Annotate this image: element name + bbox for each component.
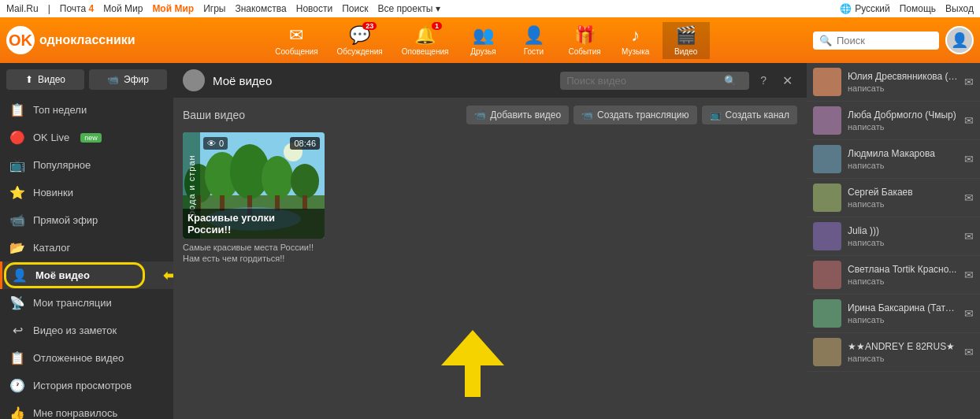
friend-name-5: Светлана Tortik Красно... [848, 264, 958, 275]
sidebar-item-top-week[interactable]: 📋 Топ недели [0, 96, 173, 124]
topnav-odnoklassniki[interactable]: Мой Мир [152, 3, 194, 14]
topnav-help[interactable]: Помощь [900, 3, 936, 14]
sidebar-item-popular[interactable]: 📺 Популярное [0, 151, 173, 179]
friend-info-5: Светлана Tortik Красно... написать [848, 264, 958, 286]
messages-icon: ✉ [289, 25, 303, 46]
question-button[interactable]: ? [757, 74, 770, 87]
create-stream-button[interactable]: 📹 Создать трансляцию [574, 106, 696, 124]
video-grid: рода и стран 👁 0 08:46 Красивые уголки Р… [173, 132, 807, 419]
svg-point-8 [262, 156, 293, 200]
sidebar-item-live[interactable]: 📹 Прямой эфир [0, 206, 173, 234]
content-wrapper: ⬆ Видео 📹 Эфир 📋 Топ недели 🔴 OK Live ne… [0, 63, 980, 419]
close-button[interactable]: ✕ [778, 73, 797, 88]
nav-friends-label: Друзья [470, 47, 496, 56]
my-streams-icon: 📡 [9, 295, 25, 310]
message-icon-5[interactable]: ✉ [964, 269, 974, 281]
events-icon: 🎁 [574, 25, 596, 46]
friend-action-0[interactable]: написать [848, 83, 958, 93]
sidebar-item-ok-live[interactable]: 🔴 OK Live new [0, 124, 173, 151]
sidebar-item-new[interactable]: ⭐ Новинки [0, 179, 173, 206]
user-avatar[interactable]: 👤 [945, 26, 974, 54]
sidebar-liked-label: Мне понравилось [33, 407, 117, 419]
friend-item-3[interactable]: Сергей Бакаев написать ✉ [807, 179, 980, 217]
sidebar-item-notes-video[interactable]: ↩ Видео из заметок [0, 317, 173, 344]
message-icon-3[interactable]: ✉ [964, 191, 974, 204]
topnav-moy-mir[interactable]: Мой Мир [103, 3, 143, 14]
friend-name-0: Юлия Дресвянникова (Б... [848, 71, 958, 82]
friend-info-1: Люба Добрмогло (Чмыр) написать [848, 109, 958, 132]
liked-icon: 👍 [9, 406, 25, 419]
video-card: рода и стран 👁 0 08:46 Красивые уголки Р… [183, 132, 325, 265]
message-icon-4[interactable]: ✉ [964, 230, 974, 243]
friend-item-4[interactable]: Julia ))) написать ✉ [807, 217, 980, 256]
friend-action-1[interactable]: написать [848, 122, 958, 132]
main-video-area: Моё видео 🔍 ? ✕ Ваши видео 📹 Добавить ви… [173, 63, 807, 419]
friend-info-7: ★★ANDREY E 82RUS★ написать [848, 341, 958, 363]
message-icon-0[interactable]: ✉ [964, 76, 974, 88]
nav-discussions[interactable]: 💬 23 Обсуждения [329, 22, 391, 59]
sidebar-item-history[interactable]: 🕐 История просмотров [0, 372, 173, 399]
message-icon-6[interactable]: ✉ [964, 307, 974, 320]
friend-action-6[interactable]: написать [848, 315, 958, 324]
video-tab-button[interactable]: ⬆ Видео [6, 69, 84, 90]
friend-action-7[interactable]: написать [848, 354, 958, 363]
nav-notifications[interactable]: 🔔 1 Оповещения [394, 22, 457, 59]
nav-events[interactable]: 🎁 События [560, 22, 608, 59]
friend-name-1: Люба Добрмогло (Чмыр) [848, 109, 958, 121]
add-video-label: Добавить видео [490, 109, 561, 121]
friend-action-5[interactable]: написать [848, 276, 958, 286]
friend-item-7[interactable]: ★★ANDREY E 82RUS★ написать ✉ [807, 333, 980, 372]
topnav-poisk[interactable]: Поиск [342, 3, 368, 14]
history-icon: 🕐 [9, 378, 25, 393]
friend-name-7: ★★ANDREY E 82RUS★ [848, 341, 958, 352]
search-icon: 🔍 [819, 35, 832, 46]
music-icon: ♪ [631, 25, 640, 46]
friend-item-5[interactable]: Светлана Tortik Красно... написать ✉ [807, 256, 980, 295]
live-tab-button[interactable]: 📹 Эфир [89, 69, 167, 90]
sidebar-item-liked[interactable]: 👍 Мне понравилось [0, 399, 173, 419]
sidebar-item-my-video[interactable]: 👤 Моё видео ⬅ [0, 261, 173, 289]
topnav-vse-proekty[interactable]: Все проекты ▾ [377, 3, 440, 14]
sidebar-item-deferred[interactable]: 📋 Отложенное видео [0, 344, 173, 372]
sidebar-item-catalog[interactable]: 📂 Каталог [0, 234, 173, 261]
sidebar-item-my-streams[interactable]: 📡 Мои трансляции [0, 289, 173, 317]
message-icon-7[interactable]: ✉ [964, 346, 974, 358]
friend-name-4: Julia ))) [848, 225, 958, 236]
nav-video[interactable]: 🎬 Видео [663, 22, 710, 59]
friend-name-6: Ирина Баксарина (Татар... [848, 302, 958, 313]
topnav-exit[interactable]: Выход [945, 3, 974, 14]
topnav-novosti[interactable]: Новости [296, 3, 332, 14]
nav-messages[interactable]: ✉ Сообщения [267, 22, 325, 59]
friend-avatar-6 [813, 299, 841, 328]
friend-item-0[interactable]: Юлия Дресвянникова (Б... написать ✉ [807, 63, 980, 102]
nav-discussions-label: Обсуждения [337, 47, 383, 56]
discussions-icon: 💬 23 [349, 25, 370, 46]
message-icon-2[interactable]: ✉ [964, 153, 974, 165]
nav-music[interactable]: ♪ Музыка [612, 22, 659, 59]
topnav-lang[interactable]: Русский [855, 3, 890, 14]
new-icon: ⭐ [9, 185, 25, 200]
friend-item-1[interactable]: Люба Добрмогло (Чмыр) написать ✉ [807, 102, 980, 140]
video-search-input[interactable] [566, 75, 724, 87]
video-search-box[interactable]: 🔍 [560, 72, 749, 90]
add-video-button[interactable]: 📹 Добавить видео [466, 106, 569, 124]
create-channel-button[interactable]: 📺 Создать канал [702, 106, 797, 124]
friend-item-6[interactable]: Ирина Баксарина (Татар... написать ✉ [807, 295, 980, 333]
topnav-mailru[interactable]: Mail.Ru [6, 3, 39, 14]
header-search-input[interactable] [837, 35, 931, 46]
topnav-pochta[interactable]: Почта 4 [60, 3, 94, 14]
message-icon-1[interactable]: ✉ [964, 114, 974, 127]
friend-action-4[interactable]: написать [848, 238, 958, 247]
friend-action-3[interactable]: написать [848, 199, 958, 209]
header-search-box[interactable]: 🔍 [813, 32, 939, 50]
your-videos-title: Ваши видео [183, 109, 462, 121]
topnav-znakomstva[interactable]: Знакомства [235, 3, 286, 14]
friend-item-2[interactable]: Людмила Макарова написать ✉ [807, 140, 980, 179]
nav-guests[interactable]: 👤 Гости [510, 22, 557, 59]
video-thumbnail[interactable]: рода и стран 👁 0 08:46 Красивые уголки Р… [183, 132, 325, 239]
nav-friends[interactable]: 👥 Друзья [459, 22, 507, 59]
friend-action-2[interactable]: написать [848, 161, 958, 170]
video-tab-label: Видео [38, 74, 65, 85]
guests-icon: 👤 [523, 25, 544, 46]
topnav-igry[interactable]: Игры [203, 3, 225, 14]
